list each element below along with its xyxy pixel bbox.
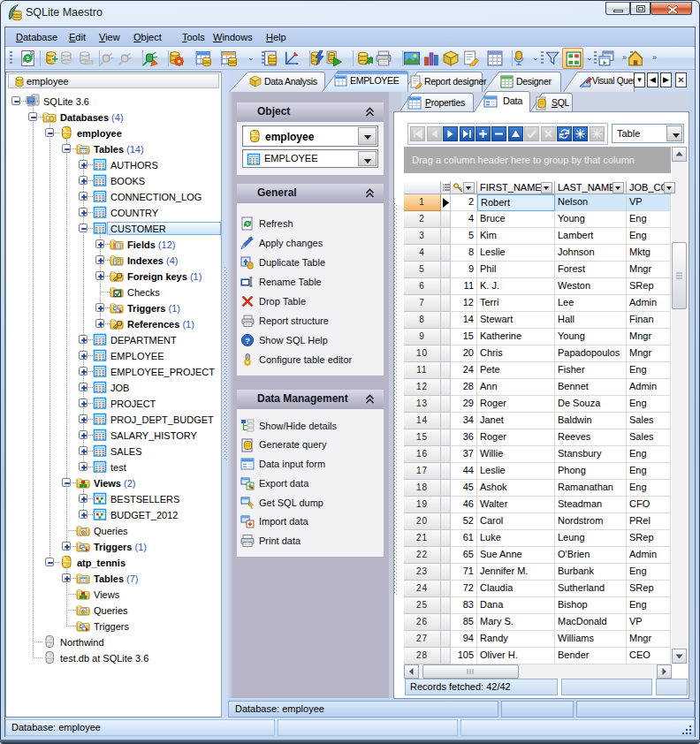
- svg-text:?: ?: [245, 337, 250, 345]
